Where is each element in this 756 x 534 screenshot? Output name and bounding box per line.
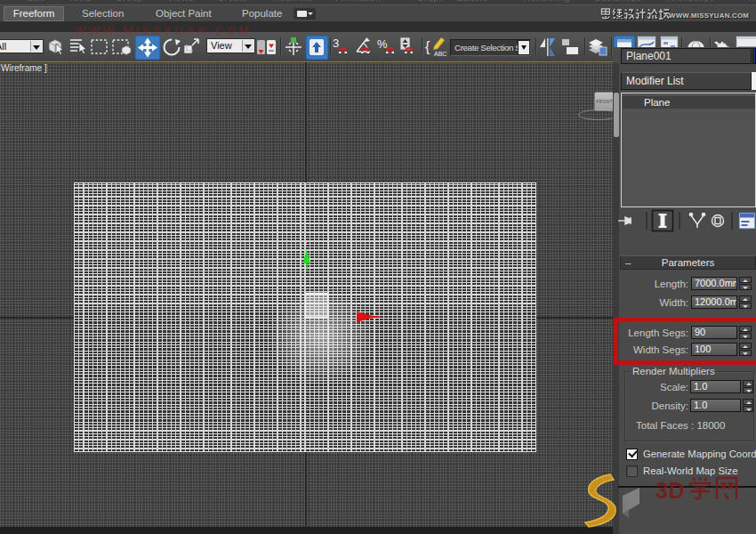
svg-text:ABC: ABC xyxy=(434,51,446,57)
svg-text:3: 3 xyxy=(333,36,339,50)
svg-text:{: { xyxy=(425,39,430,54)
svg-text:Y: Y xyxy=(303,240,308,247)
svg-text:%: % xyxy=(377,37,388,51)
